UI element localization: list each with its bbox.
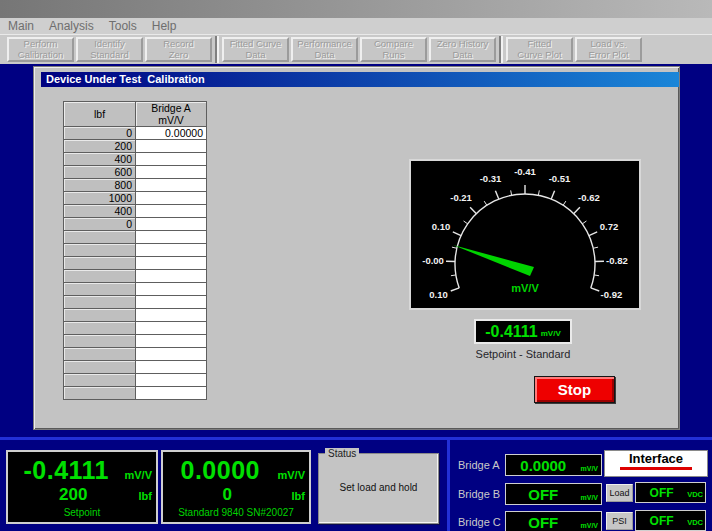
table-header-row: lbf Bridge A mV/V [64, 102, 207, 127]
load-cell [64, 270, 136, 283]
gauge-scale-label: -0.21 [450, 192, 472, 203]
table-row: 400 [64, 205, 207, 218]
menu-item-main[interactable]: Main [8, 19, 34, 33]
bridge-value-cell[interactable] [136, 166, 207, 179]
gauge-scale-label: -0.41 [514, 166, 536, 177]
gauge-major-tick [470, 207, 476, 213]
load-cell [64, 361, 136, 374]
load-cell [64, 296, 136, 309]
gauge-minor-tick [464, 221, 468, 224]
gauge-scale-label: 0.10 [432, 221, 451, 232]
interface-label: Interface [605, 451, 707, 467]
interface-button[interactable]: Interface [604, 450, 708, 477]
perform-calibration-button[interactable]: Perform Calibration [7, 37, 74, 62]
bridge-value-cell[interactable] [136, 374, 207, 387]
bridge-b-value: OFF [506, 486, 580, 503]
bridge-value-cell[interactable] [136, 335, 207, 348]
load-cell: 600 [64, 166, 136, 179]
table-row [64, 296, 207, 309]
gauge-minor-tick [563, 201, 566, 205]
gauge-caption: Setpoint - Standard [448, 348, 598, 360]
load-cell [64, 244, 136, 257]
bridge-value-cell[interactable] [136, 283, 207, 296]
bridge-value-cell[interactable] [136, 205, 207, 218]
standard-load-unit: lbf [292, 490, 309, 502]
gauge-minor-tick [484, 201, 487, 205]
record-zero-button[interactable]: Record Zero [145, 37, 212, 62]
table-row [64, 322, 207, 335]
status-groupbox: Status Set load and hold [318, 453, 439, 524]
performance-data-button[interactable]: Performance Data [291, 37, 358, 62]
gauge-scale-label: -0.00 [422, 255, 444, 266]
bridge-value-cell[interactable] [136, 387, 207, 400]
bridge-value-cell[interactable] [136, 192, 207, 205]
stop-button[interactable]: Stop [534, 376, 615, 403]
bridge-value-cell[interactable]: 0.00000 [136, 127, 207, 140]
bridge-a-value: 0.0000 [506, 457, 580, 474]
gauge-minor-tick [593, 247, 598, 248]
bridge-b-display: OFF mV/V [505, 483, 602, 505]
load-cell: 1000 [64, 192, 136, 205]
bridge-value-cell[interactable] [136, 270, 207, 283]
status-message: Set load and hold [319, 482, 438, 493]
bridge-value-cell[interactable] [136, 309, 207, 322]
bridge-value-cell[interactable] [136, 296, 207, 309]
setpoint-value: -0.4111 [8, 456, 124, 485]
table-row [64, 335, 207, 348]
load-display: OFF VDC [635, 482, 706, 503]
gauge-readout: -0.4111 mV/V [474, 319, 572, 344]
bridge-a-label: Bridge A [458, 459, 504, 471]
load-vs-error-plot-button[interactable]: Load vs. Error Plot [575, 37, 642, 62]
load-cell: 400 [64, 153, 136, 166]
load-cell [64, 374, 136, 387]
bridge-value-cell[interactable] [136, 322, 207, 335]
gauge-scale-label: 0.10 [429, 289, 448, 300]
column-header-bridge-a: Bridge A mV/V [136, 102, 207, 127]
table-row: 0 [64, 218, 207, 231]
bridge-c-label: Bridge C [458, 516, 504, 528]
bridge-value-cell[interactable] [136, 231, 207, 244]
load-value: OFF [636, 486, 687, 500]
gauge-scale-label: -0.31 [480, 173, 502, 184]
bridge-value-cell[interactable] [136, 218, 207, 231]
menu-item-help[interactable]: Help [152, 19, 177, 33]
bridge-value-cell[interactable] [136, 153, 207, 166]
table-row [64, 309, 207, 322]
standard-unit: mV/V [277, 469, 309, 481]
gauge-major-tick [551, 191, 554, 199]
identify-standard-button[interactable]: Identify Standard [76, 37, 143, 62]
table-row [64, 270, 207, 283]
toolbar: Perform Calibration Identify Standard Re… [0, 35, 712, 64]
menu-item-tools[interactable]: Tools [109, 19, 137, 33]
gauge-scale-label: -0.82 [606, 255, 628, 266]
load-cell: 200 [64, 140, 136, 153]
standard-display: 0.0000 mV/V 0 lbf Standard 9840 SN#20027 [161, 450, 311, 524]
bridge-b-unit: mV/V [580, 488, 601, 501]
device-under-test-panel: Device Under Test Calibration lbf Bridge… [33, 66, 680, 430]
bridge-value-cell[interactable] [136, 257, 207, 270]
load-cell [64, 231, 136, 244]
zero-history-data-button[interactable]: Zero History Data [429, 37, 496, 62]
gauge-minor-tick [538, 190, 539, 195]
bridge-value-cell[interactable] [136, 244, 207, 257]
gauge-unit-label: mV/V [511, 282, 539, 294]
gauge-major-tick [589, 232, 597, 236]
fitted-curve-data-button[interactable]: Fitted Curve Data [222, 37, 289, 62]
fitted-curve-plot-button[interactable]: Fitted Curve Plot [506, 37, 573, 62]
gauge-minor-tick [594, 275, 599, 276]
bridge-value-cell[interactable] [136, 361, 207, 374]
load-cell [64, 348, 136, 361]
bridge-value-cell[interactable] [136, 348, 207, 361]
psi-button[interactable]: PSI [606, 512, 633, 530]
table-row [64, 231, 207, 244]
load-cell: 0 [64, 218, 136, 231]
table-row: 200 [64, 140, 207, 153]
gauge-panel: 0.10-0.000.10-0.21-0.31-0.41-0.51-0.620.… [409, 159, 641, 310]
table-row [64, 257, 207, 270]
bottom-panel-divider-vertical [447, 437, 450, 531]
menu-item-analysis[interactable]: Analysis [49, 19, 94, 33]
bridge-value-cell[interactable] [136, 140, 207, 153]
bridge-value-cell[interactable] [136, 179, 207, 192]
compare-runs-button[interactable]: Compare Runs [360, 37, 427, 62]
load-button[interactable]: Load [606, 484, 633, 502]
